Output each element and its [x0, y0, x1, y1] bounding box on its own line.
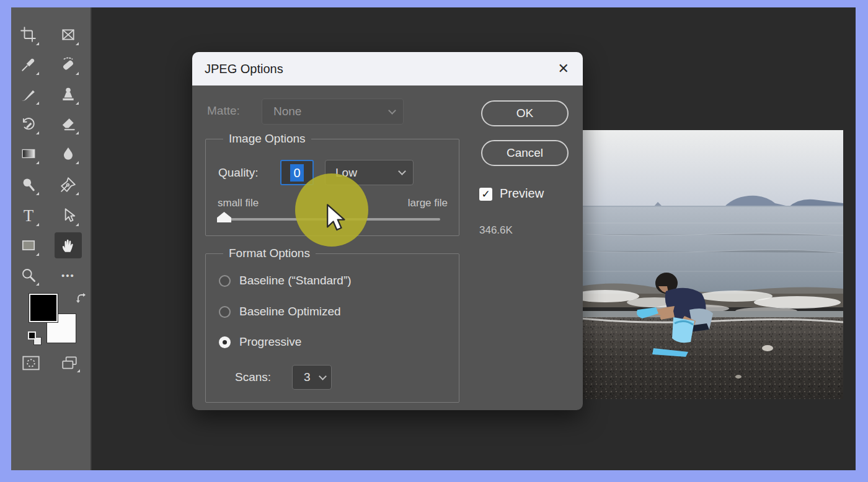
spot-healing-tool-button[interactable] — [56, 52, 81, 77]
radio-label: Baseline Optimized — [239, 305, 341, 318]
type-icon: T — [24, 208, 34, 224]
gradient-tool-button[interactable] — [16, 141, 41, 166]
zoom-tool-button[interactable] — [16, 263, 41, 287]
gradient-icon — [20, 146, 37, 162]
eyedropper-tool-button[interactable] — [16, 52, 41, 77]
crop-tool-button[interactable] — [16, 22, 41, 47]
eraser-tool-button[interactable] — [56, 112, 81, 136]
radio-label: Progressive — [239, 335, 301, 349]
file-size-text: 346.6K — [479, 224, 513, 237]
hand-icon — [60, 237, 76, 253]
type-tool-button[interactable]: T — [16, 203, 41, 228]
frame-tool-button[interactable] — [56, 22, 81, 47]
hand-tool-button[interactable] — [55, 232, 82, 258]
radio-icon[interactable] — [219, 306, 231, 318]
dialog-titlebar[interactable]: JPEG Options ✕ — [192, 52, 583, 85]
matte-dropdown: None — [262, 99, 404, 125]
brush-tool-button[interactable] — [16, 82, 41, 107]
scans-dropdown[interactable]: 3 — [292, 365, 332, 390]
rectangle-icon — [20, 237, 37, 253]
stamp-icon — [60, 86, 76, 102]
rectangle-tool-button[interactable] — [16, 233, 41, 258]
radio-label: Baseline (“Standard”) — [239, 274, 352, 287]
image-options-legend: Image Options — [223, 132, 311, 146]
close-icon[interactable]: ✕ — [558, 62, 569, 76]
slider-right-label: large file — [408, 197, 448, 209]
quality-label: Quality: — [218, 166, 258, 180]
slider-left-label: small file — [218, 197, 259, 209]
default-colors-icon[interactable] — [28, 331, 43, 346]
chevron-down-icon — [398, 167, 406, 175]
quick-mask-icon — [22, 355, 40, 371]
dodge-icon — [20, 177, 37, 193]
radio-baseline-standard[interactable]: Baseline (“Standard”) — [219, 274, 352, 287]
screen-mode-button[interactable] — [57, 352, 82, 374]
mouse-cursor-icon — [326, 204, 349, 235]
cancel-button[interactable]: Cancel — [481, 140, 569, 166]
clone-stamp-tool-button[interactable] — [56, 82, 81, 107]
quick-mask-button[interactable] — [19, 352, 43, 374]
magnifier-icon — [20, 267, 37, 283]
preview-checkbox[interactable]: ✓ — [479, 188, 492, 201]
frame-icon — [60, 27, 77, 43]
screenshot-root: T ••• — [0, 0, 868, 482]
matte-label: Matte: — [207, 104, 240, 118]
history-brush-icon — [20, 116, 37, 132]
chevron-down-icon — [319, 372, 327, 380]
scans-value: 3 — [293, 370, 311, 384]
format-options-group: Format Options Baseline (“Standard”) Bas… — [205, 253, 459, 403]
radio-progressive[interactable]: Progressive — [219, 335, 301, 349]
quality-slider-thumb[interactable] — [217, 212, 231, 222]
tools-panel: T ••• — [11, 7, 92, 470]
matte-value: None — [262, 105, 301, 118]
preview-label: Preview — [500, 186, 544, 201]
screen-mode-icon — [61, 355, 78, 371]
crop-icon — [20, 27, 37, 43]
arrow-cursor-icon — [60, 208, 76, 224]
radio-selected-icon[interactable] — [219, 336, 231, 348]
format-options-legend: Format Options — [223, 247, 316, 260]
droplet-icon — [61, 146, 76, 162]
chevron-down-icon — [388, 107, 396, 115]
eraser-icon — [60, 116, 76, 132]
default-black-swatch — [28, 331, 36, 340]
quality-value: 0 — [290, 164, 303, 182]
beach-photo — [580, 130, 843, 399]
photoshop-canvas: T ••• — [11, 7, 856, 470]
pen-tool-button[interactable] — [56, 172, 81, 197]
foreground-color-swatch[interactable] — [29, 294, 58, 322]
pen-icon — [60, 177, 76, 193]
eyedropper-icon — [20, 56, 37, 72]
ok-button[interactable]: OK — [481, 100, 569, 126]
edit-toolbar-button[interactable]: ••• — [56, 263, 81, 287]
swap-colors-icon[interactable] — [76, 292, 89, 305]
path-select-tool-button[interactable] — [56, 203, 81, 228]
radio-baseline-optimized[interactable]: Baseline Optimized — [219, 305, 341, 318]
bandage-icon — [60, 56, 76, 72]
dialog-title: JPEG Options — [192, 62, 283, 76]
scans-label: Scans: — [235, 370, 271, 384]
brush-icon — [20, 86, 37, 102]
check-icon: ✓ — [481, 188, 490, 201]
image-preview — [580, 130, 843, 399]
blur-tool-button[interactable] — [56, 141, 81, 166]
jpeg-options-dialog: JPEG Options ✕ Matte: None Image Options… — [192, 52, 583, 410]
ellipsis-icon: ••• — [61, 271, 75, 280]
dodge-tool-button[interactable] — [16, 172, 41, 197]
radio-icon[interactable] — [219, 275, 231, 287]
history-brush-tool-button[interactable] — [16, 112, 41, 136]
